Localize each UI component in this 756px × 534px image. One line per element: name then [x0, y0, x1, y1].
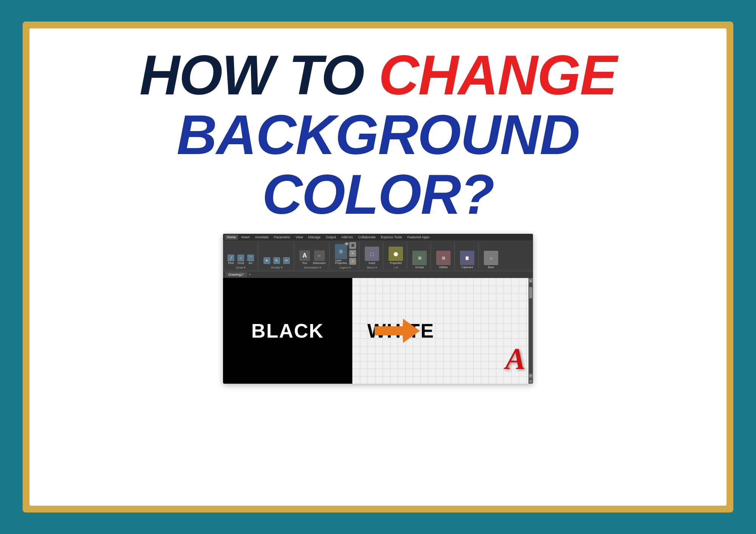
block-group: ⬚ Insert Block ▾: [363, 242, 383, 269]
scroll-thumb[interactable]: [529, 287, 532, 298]
annotation-label: Annotation ▾: [304, 266, 321, 269]
circle-icon: ○: [237, 255, 244, 261]
scroll-up-button[interactable]: ▲: [529, 279, 533, 282]
draw-tools: ╱ Pline ○ Circle ⌒ Arc: [227, 242, 255, 265]
tab-addins[interactable]: Add-ins: [339, 235, 355, 240]
properties-icon: ⬤: [389, 247, 403, 261]
insert-icon: ⬚: [365, 247, 379, 261]
layers-tools: ≡ 0 LayerProperties ⬛ ☀ 🔒: [334, 242, 356, 265]
black-label: BLACK: [251, 319, 324, 342]
layer-color-icon[interactable]: ⬛: [349, 242, 356, 249]
clipboard-button[interactable]: 📋 Clipboard: [459, 250, 475, 269]
insert-button[interactable]: ⬚ Insert: [364, 246, 380, 265]
layer-lock-icon[interactable]: 🔒: [349, 258, 356, 265]
groups-label: Groups: [415, 266, 424, 269]
annotation-group: A Text ↔ Dimension Annotation ▾: [297, 242, 330, 269]
trim-tool[interactable]: ✂: [282, 256, 291, 265]
tab-annotate[interactable]: Annotate: [253, 235, 271, 240]
tab-insert[interactable]: Insert: [239, 235, 252, 240]
properties-ribbon-label: v ▾: [394, 266, 398, 269]
rotate-tool[interactable]: ↻: [273, 256, 281, 265]
arrow-overlay: [375, 319, 420, 343]
arc-icon: ⌒: [247, 255, 254, 261]
screenshot-container: Home Insert Annotate Parametric View Man…: [223, 234, 533, 384]
properties-tools: ⬤ Properties: [388, 242, 404, 265]
layer-controls: ⬛ ☀ 🔒: [349, 242, 356, 265]
trim-icon: ✂: [283, 257, 290, 264]
draw-group: ╱ Pline ○ Circle ⌒ Arc Draw ▾: [225, 242, 258, 269]
arc-label: Arc: [249, 262, 253, 264]
dimension-tool[interactable]: ↔ Dimension: [312, 250, 326, 265]
drawing1-tab[interactable]: Drawing1*: [225, 272, 247, 277]
text-tool[interactable]: A Text: [299, 250, 311, 265]
toolbar-ribbon: ╱ Pline ○ Circle ⌒ Arc Draw ▾: [223, 241, 533, 271]
base-tools: ⌂ Base: [483, 242, 499, 269]
block-label: Block ▾: [367, 266, 377, 269]
top-button[interactable]: T: [529, 380, 532, 383]
layer-properties-button[interactable]: ≡ 0 LayerProperties: [334, 243, 348, 265]
tab-manage[interactable]: Manage: [306, 235, 323, 240]
drawing-area: BLACK WHITE: [223, 278, 533, 384]
groups-icon: ⊞: [412, 251, 427, 265]
tab-featured[interactable]: Featured Apps: [405, 235, 432, 240]
properties-label: Properties: [390, 262, 402, 264]
clipboard-label: Clipboard: [462, 266, 473, 269]
layer-properties-label: LayerProperties: [335, 259, 347, 264]
utilities-icon: ⊞: [436, 251, 451, 265]
move-tool[interactable]: ✛: [263, 256, 271, 265]
text-label: Text: [302, 262, 307, 264]
block-tools: ⬚ Insert: [364, 242, 380, 265]
right-section: WHITE A ▲ ▼ T: [352, 278, 533, 384]
layers-label: Layers ▾: [339, 266, 351, 269]
layer-freeze-icon[interactable]: ☀: [349, 250, 356, 257]
clipboard-group: 📋 Clipboard: [458, 242, 479, 269]
add-tab-button[interactable]: +: [249, 273, 251, 277]
base-group: ⌂ Base: [482, 242, 502, 269]
utilities-tools: ⊞ Utilities: [435, 242, 451, 269]
base-label: Base: [488, 266, 494, 269]
groups-tools: ⊞ Groups: [412, 242, 428, 269]
arc-tool[interactable]: ⌒ Arc: [246, 254, 255, 265]
polyline-tool[interactable]: ╱ Pline: [227, 254, 235, 265]
layer-badge: 0: [345, 242, 349, 245]
utilities-label: Utilities: [439, 266, 448, 269]
title-change: CHANGE: [379, 44, 617, 106]
scroll-track: [529, 283, 532, 373]
inner-card: HOW TO CHANGE BACKGROUND COLOR? Home Ins…: [29, 28, 727, 506]
layers-group: ≡ 0 LayerProperties ⬛ ☀ 🔒 Layers ▾: [333, 242, 359, 269]
groups-button[interactable]: ⊞ Groups: [412, 250, 428, 269]
text-icon: A: [299, 250, 310, 261]
rotate-icon: ↻: [273, 257, 280, 264]
autocad-a-letter: A: [505, 342, 525, 375]
polyline-icon: ╱: [228, 255, 234, 261]
circle-tool[interactable]: ○ Circle: [237, 254, 245, 265]
dimension-icon: ↔: [314, 250, 325, 261]
title-line1: HOW TO CHANGE: [139, 47, 617, 103]
drawing-tabs: Drawing1* +: [223, 271, 533, 278]
move-icon: ✛: [263, 257, 270, 264]
tab-parametric[interactable]: Parametric: [272, 235, 293, 240]
clipboard-icon: 📋: [460, 251, 474, 265]
dimension-label: Dimension: [313, 262, 325, 264]
utilities-button[interactable]: ⊞ Utilities: [435, 250, 451, 269]
tab-collaborate[interactable]: Collaborate: [356, 235, 378, 240]
scrollbar[interactable]: ▲ ▼ T: [528, 278, 533, 384]
modify-label: Modify ▾: [271, 266, 282, 269]
layer-properties-icon: ≡ 0: [335, 244, 347, 259]
polyline-label: Pline: [228, 262, 234, 264]
insert-label: Insert: [369, 262, 375, 264]
base-button[interactable]: ⌂ Base: [483, 250, 499, 269]
tab-output[interactable]: Output: [324, 235, 338, 240]
tab-express[interactable]: Express Tools: [379, 235, 404, 240]
toolbar-tabs: Home Insert Annotate Parametric View Man…: [223, 234, 533, 241]
svg-marker-0: [375, 319, 420, 343]
modify-group: ✛ ↻ ✂ Modify ▾: [261, 242, 294, 269]
groups-group: ⊞ Groups: [410, 242, 431, 269]
arrow-svg: [375, 319, 420, 343]
tab-home[interactable]: Home: [225, 235, 238, 240]
utilities-group: ⊞ Utilities: [434, 242, 455, 269]
tab-view[interactable]: View: [293, 235, 305, 240]
base-icon: ⌂: [484, 251, 498, 265]
scroll-down-button[interactable]: ▼: [529, 374, 533, 378]
properties-button[interactable]: ⬤ Properties: [388, 246, 404, 265]
